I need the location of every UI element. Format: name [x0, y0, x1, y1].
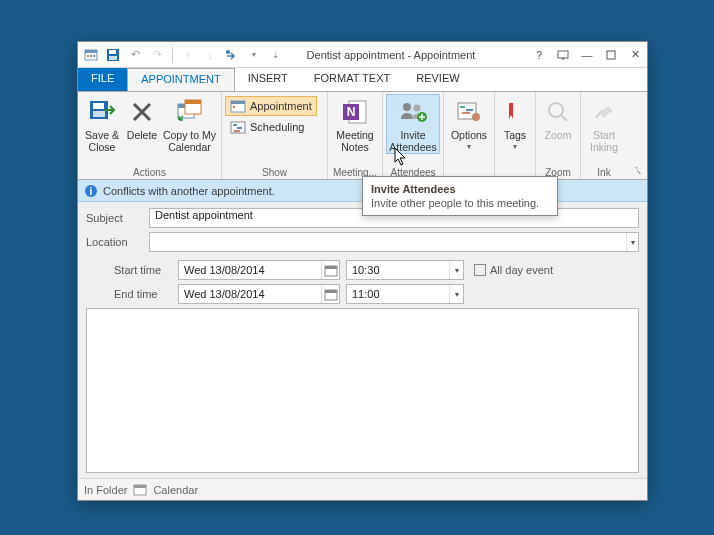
location-label: Location [86, 236, 149, 248]
tab-review[interactable]: REVIEW [403, 68, 472, 91]
tooltip: Invite Attendees Invite other people to … [362, 176, 558, 216]
group-tags: Tags ▾ [495, 92, 536, 179]
meeting-notes-label: Meeting Notes [332, 129, 378, 153]
date-picker-icon[interactable] [321, 285, 339, 303]
tab-file[interactable]: FILE [78, 68, 127, 91]
start-date-input[interactable]: Wed 13/08/2014 [178, 260, 340, 280]
group-ink: Start Inking Ink [581, 92, 627, 179]
delete-label: Delete [127, 129, 157, 141]
tab-format-text[interactable]: FORMAT TEXT [301, 68, 403, 91]
maximize-icon[interactable] [599, 45, 623, 65]
window-title: Dentist appointment - Appointment [285, 49, 527, 61]
appointment-view-button[interactable]: Appointment [225, 96, 317, 116]
time-dropdown-icon[interactable]: ▾ [449, 285, 463, 303]
group-actions: Save & Close Delete Copy to My Calendar … [78, 92, 222, 179]
svg-rect-41 [325, 266, 337, 269]
group-options: Options ▾ [444, 92, 495, 179]
svg-point-37 [549, 103, 563, 117]
qat-overflow-icon[interactable]: ⇣ [267, 46, 285, 64]
forward-icon[interactable] [223, 46, 241, 64]
scheduling-view-icon [230, 120, 246, 134]
chevron-down-icon: ▾ [513, 141, 517, 153]
tab-appointment[interactable]: APPOINTMENT [127, 68, 234, 91]
save-close-label: Save & Close [82, 129, 122, 153]
group-show: Appointment Scheduling Show [222, 92, 328, 179]
tags-label: Tags [504, 129, 526, 141]
minimize-icon[interactable]: — [575, 45, 599, 65]
save-close-icon [87, 97, 117, 127]
location-input[interactable]: ▾ [149, 232, 639, 252]
options-button[interactable]: Options ▾ [447, 94, 491, 154]
save-icon[interactable] [104, 46, 122, 64]
svg-rect-34 [462, 112, 470, 114]
tags-icon [500, 97, 530, 127]
date-picker-icon[interactable] [321, 261, 339, 279]
svg-rect-33 [466, 109, 473, 111]
copy-calendar-button[interactable]: Copy to My Calendar [161, 94, 218, 154]
invite-attendees-button[interactable]: Invite Attendees [386, 94, 440, 154]
end-date-input[interactable]: Wed 13/08/2014 [178, 284, 340, 304]
start-time-input[interactable]: 10:30 ▾ [346, 260, 464, 280]
meeting-notes-button[interactable]: N Meeting Notes [331, 94, 379, 154]
tags-button[interactable]: Tags ▾ [498, 94, 532, 154]
svg-rect-19 [231, 101, 245, 104]
next-icon[interactable]: ↓ [201, 46, 219, 64]
tooltip-body: Invite other people to this meeting. [371, 197, 549, 209]
zoom-button: Zoom [539, 94, 577, 142]
quick-access-toolbar: ↶ ↷ ↑ ↓ ▾ ⇣ [78, 46, 285, 64]
svg-point-35 [472, 113, 480, 121]
info-text: Conflicts with another appointment. [103, 185, 275, 197]
qat-customize-icon[interactable]: ▾ [245, 46, 263, 64]
svg-point-29 [414, 105, 421, 112]
qat-separator [172, 47, 173, 63]
appointment-view-label: Appointment [250, 100, 312, 112]
scheduling-view-label: Scheduling [250, 121, 304, 133]
svg-rect-6 [109, 50, 116, 54]
calendar-icon[interactable] [82, 46, 100, 64]
titlebar: ↶ ↷ ↑ ↓ ▾ ⇣ Dentist appointment - Appoin… [78, 42, 647, 68]
svg-rect-7 [109, 56, 117, 60]
delete-button[interactable]: Delete [124, 94, 160, 142]
group-ink-label: Ink [584, 166, 624, 179]
all-day-checkbox[interactable] [474, 264, 486, 276]
svg-rect-43 [325, 290, 337, 293]
svg-rect-10 [607, 51, 615, 59]
svg-text:N: N [347, 105, 356, 119]
subject-label: Subject [86, 212, 149, 224]
tooltip-title: Invite Attendees [371, 183, 549, 195]
end-time-label: End time [86, 288, 178, 300]
svg-rect-45 [134, 485, 146, 488]
appointment-view-icon [230, 99, 246, 113]
svg-rect-23 [237, 127, 242, 129]
svg-rect-4 [93, 55, 95, 57]
svg-rect-32 [460, 106, 465, 108]
all-day-label: All day event [490, 264, 553, 276]
ribbon: Save & Close Delete Copy to My Calendar … [78, 91, 647, 180]
appointment-form: Subject Dentist appointment Location ▾ S… [78, 202, 647, 481]
scheduling-view-button[interactable]: Scheduling [225, 117, 309, 137]
previous-icon[interactable]: ↑ [179, 46, 197, 64]
ribbon-collapse-icon[interactable]: ㄟ [633, 163, 643, 177]
svg-point-8 [226, 50, 230, 54]
redo-icon[interactable]: ↷ [148, 46, 166, 64]
window-present-icon[interactable] [551, 45, 575, 65]
end-time-input[interactable]: 11:00 ▾ [346, 284, 464, 304]
start-time-label: Start time [86, 264, 178, 276]
close-icon[interactable]: ✕ [623, 45, 647, 65]
help-icon[interactable]: ? [527, 45, 551, 65]
invite-attendees-icon [398, 97, 428, 127]
svg-text:i: i [90, 186, 93, 197]
group-zoom: Zoom Zoom [536, 92, 581, 179]
tab-insert[interactable]: INSERT [235, 68, 301, 91]
svg-rect-13 [93, 111, 105, 117]
time-dropdown-icon[interactable]: ▾ [449, 261, 463, 279]
group-attendees: Invite Attendees Attendees [383, 92, 444, 179]
window-controls: ? — ✕ [527, 45, 647, 65]
appointment-body-input[interactable] [86, 308, 639, 473]
location-dropdown-icon[interactable]: ▾ [626, 233, 638, 251]
save-close-button[interactable]: Save & Close [81, 94, 123, 154]
svg-rect-17 [185, 100, 201, 104]
svg-point-28 [403, 103, 411, 111]
undo-icon[interactable]: ↶ [126, 46, 144, 64]
start-inking-label: Start Inking [585, 129, 623, 153]
